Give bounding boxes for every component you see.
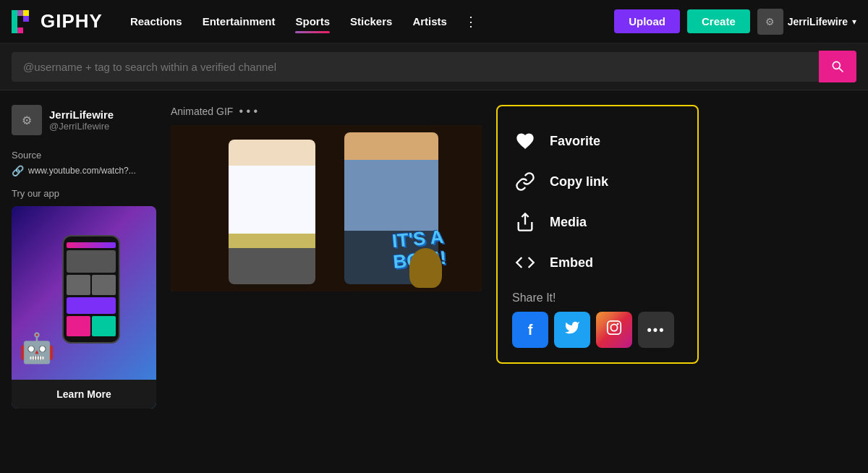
media-label: Media (550, 215, 587, 230)
twitter-icon (564, 320, 580, 340)
copy-link-action[interactable]: Copy link (512, 161, 683, 202)
share-media-icon (512, 209, 538, 235)
nav-artists[interactable]: Artists (402, 11, 457, 32)
figure-body-left (229, 140, 315, 284)
svg-line-6 (839, 68, 843, 72)
share-buttons: f (512, 312, 683, 348)
link-chain-icon (512, 169, 538, 195)
instagram-icon (606, 320, 622, 340)
learn-more-button[interactable]: Learn More (12, 380, 156, 409)
profile-username: @JerriLifewire (49, 121, 114, 132)
nav-more-dots[interactable]: ⋮ (457, 9, 485, 34)
source-label: Source (12, 150, 156, 161)
phone-mockup (62, 235, 120, 344)
gif-scene: IT'S ABOY!! (171, 125, 482, 291)
svg-rect-2 (17, 27, 23, 33)
header-user-avatar: ⚙ (757, 9, 783, 35)
user-menu[interactable]: ⚙ JerriLifewire ▾ (757, 9, 856, 35)
more-dots-icon: ••• (647, 323, 665, 338)
phone-row-1 (67, 275, 116, 295)
try-app-label: Try our app (12, 188, 156, 199)
source-link[interactable]: 🔗 www.youtube.com/watch?... (12, 165, 156, 176)
search-bar (0, 43, 868, 90)
nav-stickers[interactable]: Stickers (340, 11, 402, 32)
gif-type-label: Animated GIF (171, 106, 233, 117)
gif-header: Animated GIF • • • (171, 105, 482, 118)
search-input[interactable] (12, 52, 819, 82)
phone-mini-3 (67, 316, 90, 336)
share-instagram-button[interactable] (596, 312, 632, 348)
favorite-action[interactable]: Favorite (512, 121, 683, 161)
action-card: Favorite Copy link (496, 105, 699, 364)
phone-thumb-2 (67, 297, 116, 314)
source-url: www.youtube.com/watch?... (28, 166, 136, 176)
share-twitter-button[interactable] (554, 312, 590, 348)
embed-code-icon (512, 250, 538, 276)
user-profile[interactable]: ⚙ JerriLifewire @JerriLifewire (12, 105, 156, 135)
svg-rect-1 (17, 10, 23, 16)
nav-reactions[interactable]: Reactions (120, 11, 192, 32)
svg-rect-4 (23, 16, 29, 22)
scene-figure-left (229, 140, 315, 284)
copy-link-label: Copy link (550, 174, 608, 189)
giphy-logo-icon (12, 10, 35, 33)
header: GIPHY Reactions Entertainment Sports Sti… (0, 0, 868, 43)
media-action[interactable]: Media (512, 202, 683, 242)
embed-action[interactable]: Embed (512, 242, 683, 283)
app-promo-image: 🤖 (12, 206, 156, 380)
svg-point-10 (617, 323, 619, 325)
svg-point-9 (610, 324, 617, 331)
gif-preview[interactable]: IT'S ABOY!! (171, 125, 482, 291)
search-button[interactable] (819, 51, 856, 82)
share-more-button[interactable]: ••• (638, 312, 674, 348)
gif-area: Animated GIF • • • IT'S ABOY!! (171, 105, 482, 409)
nav-entertainment[interactable]: Entertainment (192, 11, 286, 32)
share-it-label: Share It! (512, 291, 683, 304)
svg-point-5 (833, 61, 840, 69)
profile-info: JerriLifewire @JerriLifewire (49, 108, 114, 132)
left-sidebar: ⚙ JerriLifewire @JerriLifewire Source 🔗 … (12, 105, 156, 409)
svg-rect-3 (23, 10, 29, 16)
profile-display-name: JerriLifewire (49, 108, 114, 121)
embed-label: Embed (550, 255, 593, 270)
header-right: Upload Create ⚙ JerriLifewire ▾ (614, 9, 856, 35)
logo-area[interactable]: GIPHY (12, 10, 103, 33)
source-section: Source 🔗 www.youtube.com/watch?... (12, 150, 156, 176)
logo-text: GIPHY (41, 10, 103, 33)
link-icon: 🔗 (12, 165, 24, 176)
svg-rect-0 (12, 10, 17, 33)
header-user-name: JerriLifewire (788, 16, 848, 27)
phone-thumb-1 (67, 250, 116, 273)
app-promo-card[interactable]: 🤖 Learn More (12, 206, 156, 409)
phone-mini-1 (67, 275, 90, 295)
phone-mini-2 (92, 275, 116, 295)
nav-sports[interactable]: Sports (285, 11, 340, 32)
teddy-bear (409, 248, 442, 288)
facebook-icon: f (528, 322, 533, 338)
favorite-label: Favorite (550, 134, 600, 149)
gif-options-dots[interactable]: • • • (239, 105, 258, 118)
search-icon (830, 59, 845, 74)
upload-button[interactable]: Upload (614, 9, 680, 33)
heart-icon (512, 128, 538, 154)
phone-mini-4 (92, 316, 116, 336)
create-button[interactable]: Create (687, 9, 750, 33)
profile-avatar: ⚙ (12, 105, 42, 135)
share-facebook-button[interactable]: f (512, 312, 548, 348)
phone-bar-top (67, 242, 116, 248)
robot-hands-decoration: 🤖 (19, 331, 55, 365)
phone-row-2 (67, 316, 116, 336)
main-content: ⚙ JerriLifewire @JerriLifewire Source 🔗 … (0, 90, 868, 423)
chevron-down-icon: ▾ (852, 17, 856, 27)
svg-rect-8 (608, 321, 621, 334)
right-panel: Favorite Copy link (496, 105, 699, 409)
nav: Reactions Entertainment Sports Stickers … (120, 9, 614, 34)
